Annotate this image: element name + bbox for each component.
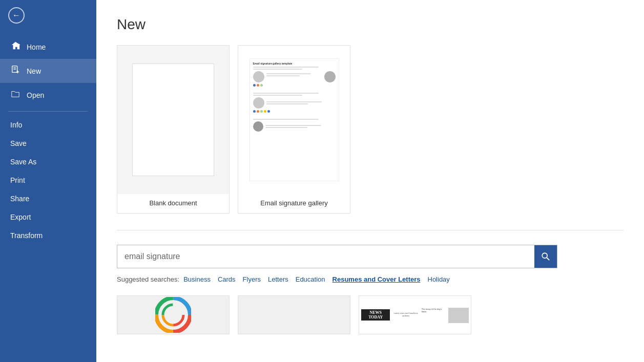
search-button[interactable] (534, 245, 557, 268)
sidebar-divider (8, 111, 88, 112)
sidebar-print-label: Print (10, 176, 25, 184)
bottom-template-row: NEWS TODAY Latest news and headlines upd… (117, 295, 624, 334)
sidebar-transform-label: Transform (10, 231, 43, 240)
sidebar-nav: Home New Open (0, 31, 96, 107)
main-content: New Blank document Email signature galle… (96, 0, 644, 362)
email-signature-preview: Email signature gallery template (238, 46, 350, 194)
sidebar-item-save-as[interactable]: Save As (0, 153, 96, 171)
news-template-card[interactable]: NEWS TODAY Latest news and headlines upd… (359, 295, 471, 334)
sidebar-open-label: Open (27, 91, 44, 99)
blank-document-preview (117, 46, 229, 194)
sidebar-item-open[interactable]: Open (0, 83, 96, 107)
circles-svg (155, 297, 191, 333)
middle-template-card[interactable] (238, 295, 350, 334)
back-button[interactable]: ← (0, 0, 96, 31)
news-title: NEWS TODAY (361, 309, 390, 321)
email-signature-label: Email signature gallery (238, 194, 350, 213)
suggested-resumes[interactable]: Resumes and Cover Letters (333, 275, 421, 283)
suggested-flyers[interactable]: Flyers (243, 275, 261, 283)
suggested-business[interactable]: Business (183, 275, 211, 283)
news-text: The recap of the day's latest (422, 308, 446, 323)
sidebar-item-export[interactable]: Export (0, 208, 96, 226)
sidebar-item-save[interactable]: Save (0, 134, 96, 153)
circles-template-card[interactable] (117, 295, 230, 334)
news-preview: NEWS TODAY Latest news and headlines upd… (359, 296, 471, 334)
news-image (448, 308, 469, 323)
circles-preview (117, 296, 229, 334)
suggested-education[interactable]: Education (296, 275, 325, 283)
search-bar (117, 245, 557, 268)
search-section: Suggested searches: Business Cards Flyer… (117, 230, 624, 283)
suggested-label: Suggested searches: (117, 275, 179, 283)
search-input[interactable] (117, 247, 534, 266)
sidebar-item-transform[interactable]: Transform (0, 226, 96, 245)
svg-line-6 (547, 258, 549, 260)
blank-document-card[interactable]: Blank document (117, 45, 230, 214)
sidebar-info-label: Info (10, 121, 22, 129)
home-icon (10, 41, 20, 53)
sidebar-save-label: Save (10, 139, 27, 147)
sidebar-share-label: Share (10, 195, 29, 203)
suggested-holiday[interactable]: Holiday (428, 275, 450, 283)
page-title: New (117, 16, 624, 33)
top-template-row: Blank document Email signature gallery t… (117, 45, 624, 214)
sidebar-export-label: Export (10, 213, 31, 221)
sidebar-item-home[interactable]: Home (0, 35, 96, 59)
search-icon (541, 252, 550, 261)
news-subtitle: Latest news and headlines updates (390, 312, 421, 317)
open-icon (10, 89, 20, 101)
suggested-cards[interactable]: Cards (218, 275, 236, 283)
sidebar: ← Home New (0, 0, 96, 362)
sidebar-text-items: Info Save Save As Print Share Export Tra… (0, 116, 96, 245)
sidebar-new-label: New (27, 67, 41, 75)
sidebar-save-as-label: Save As (10, 158, 36, 166)
back-icon: ← (8, 7, 25, 24)
suggested-searches: Suggested searches: Business Cards Flyer… (117, 275, 624, 283)
news-content: The recap of the day's latest (422, 308, 469, 323)
blank-page-visual (132, 63, 214, 176)
new-doc-icon (10, 65, 20, 77)
sidebar-item-new[interactable]: New (0, 59, 96, 83)
sidebar-item-share[interactable]: Share (0, 189, 96, 208)
sidebar-item-print[interactable]: Print (0, 171, 96, 189)
sidebar-home-label: Home (27, 43, 46, 51)
blank-document-label: Blank document (117, 194, 229, 213)
email-signature-card[interactable]: Email signature gallery template (238, 45, 350, 214)
svg-point-5 (542, 253, 547, 258)
email-sig-visual: Email signature gallery template (250, 58, 339, 181)
suggested-letters[interactable]: Letters (268, 275, 288, 283)
middle-preview (238, 296, 350, 334)
sidebar-item-info[interactable]: Info (0, 116, 96, 134)
